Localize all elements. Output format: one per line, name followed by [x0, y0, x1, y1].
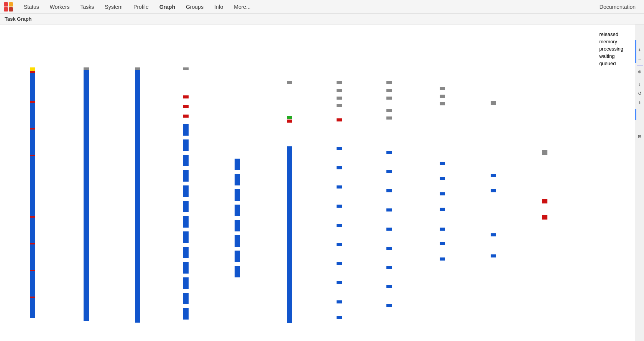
node-col4-blue-4[interactable]: [235, 220, 240, 231]
node-col7-blue-8[interactable]: [386, 304, 392, 307]
info-button[interactable]: ℹ: [636, 99, 644, 107]
node-col6-blue-0[interactable]: [337, 147, 342, 150]
nav-tasks[interactable]: Tasks: [75, 0, 100, 14]
node-col9-blue-1[interactable]: [491, 189, 496, 192]
node-col0-memory-1[interactable]: [30, 101, 35, 103]
node-col0-memory-7[interactable]: [30, 297, 35, 298]
node-col7-gray-4[interactable]: [386, 116, 392, 120]
node-col8-blue-5[interactable]: [440, 242, 445, 245]
node-col6-gray-3[interactable]: [337, 104, 342, 107]
node-col8-gray-1[interactable]: [440, 95, 445, 98]
node-col7-blue-4[interactable]: [386, 228, 392, 231]
nav-groups[interactable]: Groups: [181, 0, 209, 14]
node-col9-blue-2[interactable]: [491, 233, 496, 236]
node-col0-memory-0[interactable]: [30, 71, 35, 73]
node-terminal-red-1[interactable]: [542, 215, 547, 220]
documentation-link[interactable]: Documentation: [594, 4, 641, 10]
nav-profile[interactable]: Profile: [128, 0, 154, 14]
node-col1-top-gray[interactable]: [84, 67, 89, 70]
node-col2-blue[interactable]: [135, 70, 140, 323]
node-col0-memory-6[interactable]: [30, 270, 35, 271]
node-col6-gray-0[interactable]: [337, 81, 342, 84]
node-col6-blue-8[interactable]: [337, 300, 342, 303]
reset-button[interactable]: ↺: [636, 90, 644, 97]
node-col3-blue-4[interactable]: [183, 185, 189, 197]
node-col8-blue-6[interactable]: [440, 257, 445, 261]
node-col3-blue-10[interactable]: [183, 277, 189, 289]
node-col3-blue-8[interactable]: [183, 247, 189, 258]
layout-button[interactable]: ⊟: [636, 133, 644, 140]
node-col8-blue-4[interactable]: [440, 228, 445, 231]
nav-system[interactable]: System: [99, 0, 128, 14]
node-col3-blue-1[interactable]: [183, 139, 189, 151]
node-col7-blue-6[interactable]: [386, 266, 392, 269]
zoom-fit-button[interactable]: ⊕: [636, 68, 644, 75]
node-col5-gray-top[interactable]: [287, 81, 292, 84]
node-col6-blue-4[interactable]: [337, 224, 342, 227]
node-col4-blue-1[interactable]: [235, 174, 240, 185]
node-col6-blue-9[interactable]: [337, 316, 342, 319]
node-col3-red-2[interactable]: [183, 115, 189, 118]
node-col4-blue-6[interactable]: [235, 251, 240, 262]
node-col7-gray-2[interactable]: [386, 97, 392, 100]
node-col3-blue-0[interactable]: [183, 124, 189, 136]
zoom-in-button[interactable]: +: [636, 46, 644, 54]
node-col0-released-0[interactable]: [30, 73, 35, 188]
node-col3-blue-6[interactable]: [183, 216, 189, 228]
node-col7-blue-0[interactable]: [386, 151, 392, 154]
node-col8-gray-2[interactable]: [440, 102, 445, 105]
node-col3-top[interactable]: [183, 67, 189, 70]
node-col7-gray-3[interactable]: [386, 109, 392, 112]
node-col3-blue-11[interactable]: [183, 293, 189, 304]
node-col4-blue-2[interactable]: [235, 189, 240, 201]
node-col0-released-1[interactable]: [30, 188, 35, 318]
node-col0-memory-4[interactable]: [30, 216, 35, 218]
node-col8-blue-1[interactable]: [440, 177, 445, 180]
node-col5-blue-top[interactable]: [287, 146, 292, 149]
node-terminal-red-0[interactable]: [542, 199, 547, 203]
node-col7-blue-1[interactable]: [386, 170, 392, 173]
node-col3-red-0[interactable]: [183, 95, 189, 98]
node-col2-top-gray[interactable]: [135, 67, 140, 70]
nav-graph[interactable]: Graph: [154, 0, 181, 14]
node-col5-red[interactable]: [287, 120, 292, 123]
node-col7-gray-1[interactable]: [386, 89, 392, 92]
node-col9-blue-3[interactable]: [491, 254, 496, 257]
node-col8-blue-3[interactable]: [440, 208, 445, 211]
node-col6-blue-5[interactable]: [337, 243, 342, 246]
node-col6-blue-2[interactable]: [337, 185, 342, 189]
node-col3-blue-5[interactable]: [183, 201, 189, 212]
node-col4-blue-0[interactable]: [235, 159, 240, 170]
node-col1-blue[interactable]: [84, 70, 89, 319]
node-col7-blue-7[interactable]: [386, 285, 392, 288]
node-col8-gray-0[interactable]: [440, 87, 445, 90]
node-col7-blue-2[interactable]: [386, 189, 392, 192]
node-col7-blue-3[interactable]: [386, 208, 392, 211]
nav-more[interactable]: More...: [228, 0, 256, 14]
node-col4-blue-3[interactable]: [235, 205, 240, 216]
node-col6-gray-2[interactable]: [337, 97, 342, 100]
node-col3-blue-3[interactable]: [183, 170, 189, 182]
node-col3-blue-12[interactable]: [183, 308, 189, 320]
node-col3-blue-9[interactable]: [183, 262, 189, 274]
node-col5-blue-main[interactable]: [287, 149, 292, 323]
nav-status[interactable]: Status: [18, 0, 44, 14]
node-col9-blue-0[interactable]: [491, 174, 496, 177]
node-col0-memory-5[interactable]: [30, 243, 35, 244]
nav-info[interactable]: Info: [209, 0, 228, 14]
node-col6-red[interactable]: [337, 118, 342, 121]
node-terminal-gray[interactable]: [542, 150, 547, 155]
node-col8-blue-2[interactable]: [440, 192, 445, 195]
node-col6-blue-6[interactable]: [337, 262, 342, 265]
graph-area[interactable]: .edge { stroke: #999; stroke-width: 0.7;…: [0, 25, 635, 341]
node-col1-blue-bot[interactable]: [84, 319, 89, 321]
node-col8-blue-0[interactable]: [440, 162, 445, 165]
node-col4-blue-5[interactable]: [235, 235, 240, 247]
node-col3-red-1[interactable]: [183, 105, 189, 108]
node-col4-blue-7[interactable]: [235, 266, 240, 277]
node-col6-blue-1[interactable]: [337, 166, 342, 169]
node-col7-blue-5[interactable]: [386, 247, 392, 250]
node-col0-queued[interactable]: [30, 67, 35, 71]
download-button[interactable]: ↓: [636, 80, 644, 88]
node-col7-gray-0[interactable]: [386, 81, 392, 84]
